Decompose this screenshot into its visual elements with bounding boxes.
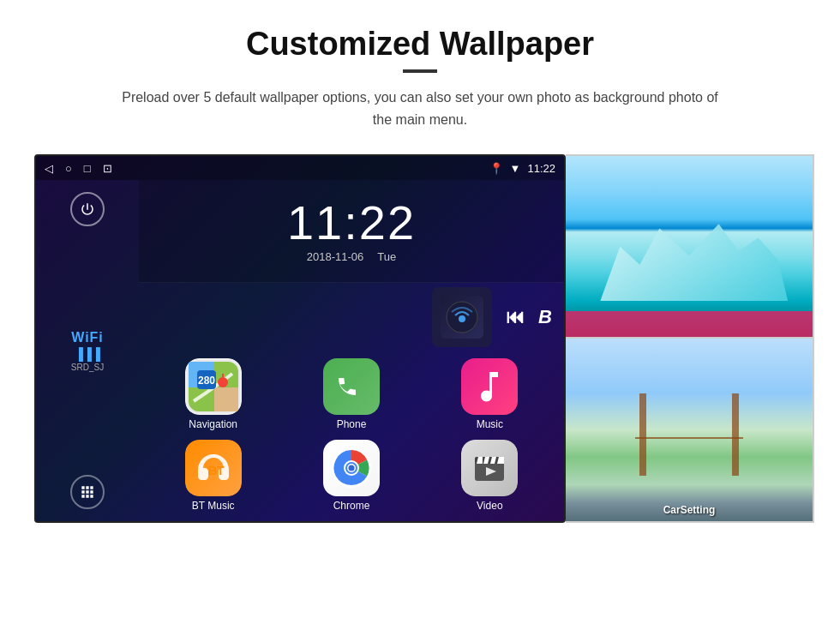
wallpaper-glacier[interactable] <box>566 154 814 339</box>
bridge-tower-left <box>639 393 646 476</box>
wifi-icon: ▼ <box>510 162 521 175</box>
wallpaper-previews: CarSetting <box>566 154 814 523</box>
bridge-scene <box>566 339 813 521</box>
date-value: 2018-11-06 <box>307 250 364 263</box>
wifi-label: WiFi <box>71 330 104 345</box>
app-label-btmusic: BT Music <box>192 500 235 512</box>
status-bar: ◁ ○ □ ⊡ 📍 ▼ 11:22 <box>36 156 564 180</box>
location-icon: 📍 <box>489 162 503 175</box>
bridge-tower-right <box>732 393 739 476</box>
app-icon-video <box>461 440 518 496</box>
clock-area: 11:22 2018-11-06 Tue <box>139 180 564 283</box>
svg-text:280: 280 <box>198 375 215 387</box>
screenshot-icon[interactable]: ⊡ <box>103 162 112 175</box>
day-value: Tue <box>377 250 396 263</box>
svg-text:BT: BT <box>208 464 225 477</box>
app-item-phone[interactable]: Phone <box>285 358 417 433</box>
wifi-bars: ▐▐▐ <box>71 347 104 361</box>
app-item-video[interactable]: Video <box>424 440 555 514</box>
device-screen: ◁ ○ □ ⊡ 📍 ▼ 11:22 WiFi <box>34 154 566 523</box>
home-icon[interactable]: ○ <box>65 162 72 175</box>
app-icon-phone <box>323 358 380 415</box>
app-icon-music <box>461 358 518 415</box>
center-area: 11:22 2018-11-06 Tue <box>139 180 564 521</box>
svg-point-1 <box>459 315 465 322</box>
svg-point-9 <box>218 377 228 387</box>
glacier-scene <box>566 156 813 337</box>
screen-content: WiFi ▐▐▐ SRD_SJ 11:22 2018-11-06 <box>36 180 564 521</box>
svg-point-15 <box>348 465 354 471</box>
media-icon-box <box>432 287 492 347</box>
app-item-music[interactable]: Music <box>424 358 555 433</box>
bridge-cable <box>635 437 744 439</box>
app-icon-navigation: 280 <box>185 358 242 415</box>
pink-strip <box>566 311 813 337</box>
media-letter-k: ⏮ <box>506 306 525 328</box>
clock-date: 2018-11-06 Tue <box>307 250 396 263</box>
status-time: 11:22 <box>527 162 555 175</box>
media-area: ⏮ B <box>139 283 564 351</box>
recents-icon[interactable]: □ <box>84 162 91 175</box>
app-icon-chrome <box>323 440 380 496</box>
page-title: Customized Wallpaper <box>246 26 594 63</box>
app-label-phone: Phone <box>337 418 367 430</box>
main-area: ◁ ○ □ ⊡ 📍 ▼ 11:22 WiFi <box>34 154 806 523</box>
left-sidebar: WiFi ▐▐▐ SRD_SJ <box>36 180 139 521</box>
app-item-chrome[interactable]: Chrome <box>285 440 417 514</box>
media-icon-inner <box>441 296 483 339</box>
app-label-navigation: Navigation <box>189 418 237 430</box>
apps-button[interactable] <box>70 475 105 509</box>
app-label-music: Music <box>477 418 503 430</box>
back-icon[interactable]: ◁ <box>45 162 53 175</box>
title-divider <box>403 69 437 73</box>
wifi-block: WiFi ▐▐▐ SRD_SJ <box>71 330 104 372</box>
app-item-btmusic[interactable]: BT BT Music <box>147 440 279 514</box>
carsetting-label: CarSetting <box>663 504 716 516</box>
power-button[interactable] <box>70 192 105 226</box>
clock-time: 11:22 <box>287 199 416 247</box>
app-grid: 280 Navigation <box>139 351 564 521</box>
page-subtitle: Preload over 5 default wallpaper options… <box>111 87 729 130</box>
app-label-video: Video <box>477 500 502 512</box>
wallpaper-bridge[interactable]: CarSetting <box>566 339 814 523</box>
app-item-navigation[interactable]: 280 Navigation <box>147 358 279 433</box>
app-label-chrome: Chrome <box>333 500 370 512</box>
glacier-ice <box>591 210 788 301</box>
app-icon-btmusic: BT <box>185 440 242 496</box>
status-left: ◁ ○ □ ⊡ <box>45 162 112 175</box>
status-right: 📍 ▼ 11:22 <box>489 162 555 175</box>
media-letter-b: B <box>538 306 552 328</box>
wifi-ssid: SRD_SJ <box>71 363 104 372</box>
svg-rect-6 <box>214 387 238 411</box>
